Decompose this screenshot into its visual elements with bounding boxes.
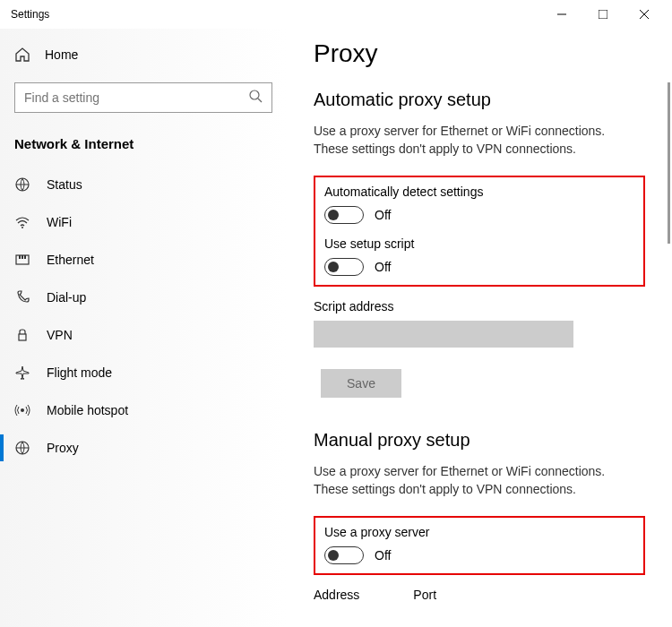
detect-label: Automatically detect settings xyxy=(324,185,634,199)
scrollbar[interactable] xyxy=(668,82,670,244)
toggle-knob xyxy=(328,550,339,561)
home-label: Home xyxy=(45,47,78,62)
svg-point-13 xyxy=(21,408,24,412)
minimize-icon xyxy=(557,10,566,19)
nav-label: Ethernet xyxy=(47,253,94,267)
script-toggle[interactable] xyxy=(324,258,364,276)
sidebar-item-flightmode[interactable]: Flight mode xyxy=(0,354,287,391)
toggle-knob xyxy=(328,262,339,272)
use-proxy-label: Use a proxy server xyxy=(324,525,634,539)
svg-point-7 xyxy=(22,227,23,228)
svg-rect-11 xyxy=(24,255,26,259)
nav-label: WiFi xyxy=(47,215,72,229)
status-icon xyxy=(14,176,30,193)
nav-label: VPN xyxy=(47,328,73,342)
home-link[interactable]: Home xyxy=(0,38,287,72)
manual-highlight-box: Use a proxy server Off xyxy=(314,516,645,575)
auto-highlight-box: Automatically detect settings Off Use se… xyxy=(314,176,645,287)
svg-point-4 xyxy=(250,90,259,99)
sidebar-item-vpn[interactable]: VPN xyxy=(0,316,287,354)
svg-rect-12 xyxy=(19,334,26,340)
airplane-icon xyxy=(14,365,30,381)
svg-rect-1 xyxy=(599,10,607,19)
close-button[interactable] xyxy=(624,0,665,29)
manual-section-heading: Manual proxy setup xyxy=(314,430,645,451)
nav-label: Status xyxy=(47,177,82,192)
script-address-input[interactable] xyxy=(314,321,573,348)
close-icon xyxy=(640,10,649,19)
search-icon xyxy=(248,89,263,107)
svg-rect-9 xyxy=(19,255,21,259)
sidebar-section: Network & Internet xyxy=(0,124,287,166)
save-button[interactable]: Save xyxy=(321,369,401,398)
script-state: Off xyxy=(375,260,391,274)
ethernet-icon xyxy=(14,252,30,268)
detect-state: Off xyxy=(375,208,391,222)
sidebar-item-ethernet[interactable]: Ethernet xyxy=(0,241,287,279)
maximize-icon xyxy=(599,10,607,19)
sidebar: Home Network & Internet Status WiFi Ethe… xyxy=(0,29,287,627)
auto-section-desc: Use a proxy server for Ethernet or WiFi … xyxy=(314,123,636,158)
vpn-icon xyxy=(14,327,30,343)
maximize-button[interactable] xyxy=(582,0,624,29)
svg-line-5 xyxy=(258,99,262,102)
sidebar-item-hotspot[interactable]: Mobile hotspot xyxy=(0,391,287,429)
sidebar-item-wifi[interactable]: WiFi xyxy=(0,203,287,241)
sidebar-item-status[interactable]: Status xyxy=(0,166,287,203)
sidebar-item-proxy[interactable]: Proxy xyxy=(0,429,287,467)
page-title: Proxy xyxy=(314,39,645,68)
toggle-knob xyxy=(328,210,339,220)
wifi-icon xyxy=(14,214,30,230)
address-label: Address xyxy=(314,588,359,602)
port-label: Port xyxy=(413,588,436,602)
window-title: Settings xyxy=(7,8,49,21)
minimize-button[interactable] xyxy=(541,0,582,29)
script-label: Use setup script xyxy=(324,236,634,251)
nav-label: Proxy xyxy=(47,441,79,455)
search-input[interactable] xyxy=(24,90,248,105)
use-proxy-state: Off xyxy=(375,548,391,563)
titlebar: Settings xyxy=(0,0,672,29)
search-box[interactable] xyxy=(14,82,272,113)
nav-label: Mobile hotspot xyxy=(47,403,128,417)
dialup-icon xyxy=(14,289,30,305)
detect-toggle[interactable] xyxy=(324,206,364,224)
content-pane: Proxy Automatic proxy setup Use a proxy … xyxy=(287,29,672,627)
globe-icon xyxy=(14,440,30,456)
use-proxy-toggle[interactable] xyxy=(324,546,364,564)
svg-rect-10 xyxy=(22,255,23,259)
nav-label: Dial-up xyxy=(47,290,86,305)
manual-section-desc: Use a proxy server for Ethernet or WiFi … xyxy=(314,463,636,498)
nav-label: Flight mode xyxy=(47,365,112,380)
home-icon xyxy=(14,47,30,63)
hotspot-icon xyxy=(14,402,30,418)
script-address-label: Script address xyxy=(314,299,645,314)
sidebar-item-dialup[interactable]: Dial-up xyxy=(0,279,287,316)
auto-section-heading: Automatic proxy setup xyxy=(314,90,645,110)
